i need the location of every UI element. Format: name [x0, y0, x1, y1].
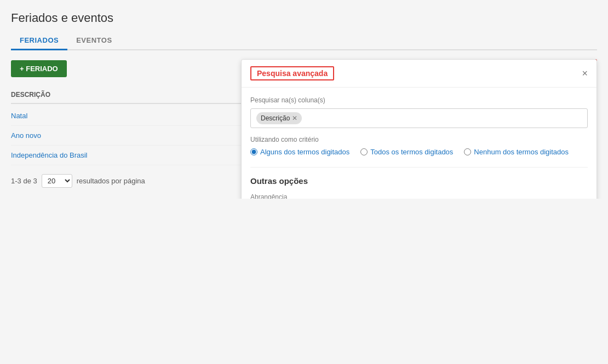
search-columns-label: Pesquisar na(s) coluna(s)	[250, 96, 588, 104]
per-page-select[interactable]: 20 50 100	[42, 174, 72, 188]
criteria-todos-label: Todos os termos digitados	[370, 148, 453, 156]
tab-eventos[interactable]: EVENTOS	[67, 32, 121, 50]
criteria-nenhum-label: Nenhum dos termos digitados	[474, 148, 569, 156]
pagination-range: 1-3 de 3	[11, 177, 37, 185]
tab-feriados[interactable]: FERIADOS	[11, 32, 67, 50]
results-label: resultados por página	[77, 177, 145, 185]
criteria-label: Utilizando como critério	[250, 136, 588, 143]
criteria-todos[interactable]: Todos os termos digitados	[360, 148, 453, 156]
criteria-alguns-label: Alguns dos termos digitados	[260, 148, 349, 156]
other-options-title: Outras opções	[250, 176, 588, 186]
criteria-options: Alguns dos termos digitados Todos os ter…	[250, 148, 588, 156]
section-divider	[250, 167, 588, 167]
tabs-bar: FERIADOS EVENTOS	[11, 32, 597, 50]
criteria-nenhum[interactable]: Nenhum dos termos digitados	[464, 148, 569, 156]
adv-panel-header: Pesquisa avançada ×	[242, 60, 596, 88]
tag-descricao: Descrição ✕	[256, 112, 302, 124]
adv-search-title: Pesquisa avançada	[250, 66, 334, 80]
main-content: DESCRIÇÃO Natal Ano novo Independência d…	[11, 86, 597, 188]
abrangencia-field: Abrangência	[250, 193, 588, 199]
criteria-alguns[interactable]: Alguns dos termos digitados	[250, 148, 349, 156]
page-title: Feriados e eventos	[11, 11, 597, 25]
abrangencia-label: Abrangência	[250, 193, 588, 199]
tag-label: Descrição	[261, 114, 290, 122]
tags-row: Descrição ✕	[250, 108, 588, 128]
add-feriado-button[interactable]: + FERIADO	[11, 60, 67, 77]
adv-panel-body: Pesquisar na(s) coluna(s) Descrição ✕ Ut…	[242, 88, 596, 199]
adv-close-button[interactable]: ×	[582, 68, 588, 78]
tag-close-icon[interactable]: ✕	[292, 114, 297, 122]
advanced-search-panel: Pesquisa avançada × Pesquisar na(s) colu…	[241, 59, 597, 199]
